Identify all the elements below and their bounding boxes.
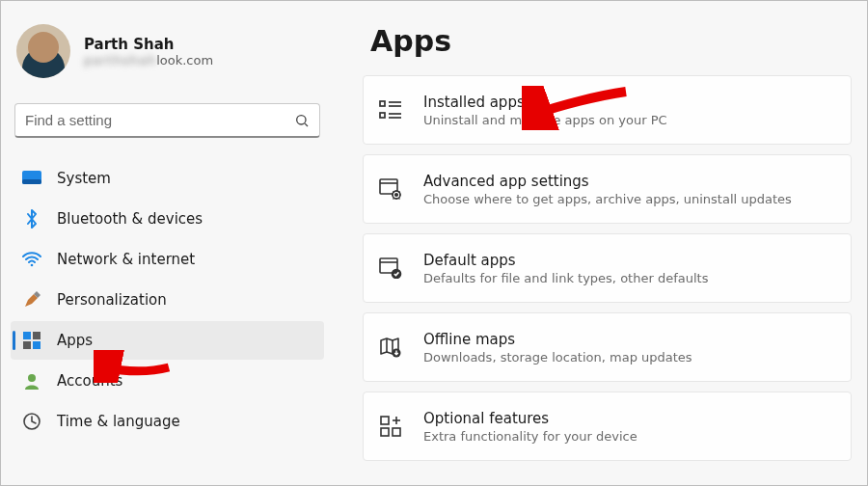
- sidebar-item-accounts[interactable]: Accounts: [11, 362, 324, 400]
- sidebar: Parth Shah parthshahlook.com System: [1, 1, 334, 485]
- sidebar-item-label: Accounts: [57, 372, 122, 390]
- sidebar-item-label: Apps: [57, 332, 93, 349]
- bluetooth-icon: [22, 209, 41, 229]
- sidebar-item-label: Bluetooth & devices: [57, 210, 203, 228]
- card-title: Offline maps: [423, 331, 692, 348]
- card-offline-maps[interactable]: Offline maps Downloads, storage location…: [363, 312, 852, 382]
- window-gear-icon: [379, 177, 402, 201]
- card-title: Optional features: [423, 410, 637, 427]
- sidebar-item-label: Time & language: [57, 413, 180, 430]
- card-subtitle: Downloads, storage location, map updates: [423, 350, 692, 364]
- search-input[interactable]: [25, 112, 294, 128]
- card-subtitle: Uninstall and manage apps on your PC: [423, 113, 667, 127]
- svg-line-1: [305, 123, 308, 126]
- svg-point-9: [28, 374, 36, 382]
- profile-name: Parth Shah: [84, 36, 213, 53]
- card-title: Installed apps: [423, 94, 667, 111]
- card-title: Default apps: [423, 252, 708, 269]
- svg-rect-12: [380, 113, 385, 118]
- card-title: Advanced app settings: [423, 173, 792, 190]
- sidebar-item-label: Network & internet: [57, 251, 195, 268]
- system-icon: [22, 169, 41, 188]
- svg-rect-11: [380, 101, 385, 106]
- card-optional-features[interactable]: Optional features Extra functionality fo…: [363, 392, 852, 461]
- sidebar-item-personalization[interactable]: Personalization: [11, 281, 324, 319]
- profile-text: Parth Shah parthshahlook.com: [84, 36, 213, 68]
- svg-rect-28: [381, 428, 389, 436]
- sidebar-item-label: System: [57, 170, 111, 187]
- apps-icon: [22, 331, 41, 350]
- content: Apps Installed apps Uninstall and manage…: [353, 1, 867, 485]
- page-title: Apps: [370, 24, 857, 58]
- sidebar-item-time[interactable]: Time & language: [11, 402, 324, 441]
- svg-point-20: [395, 194, 398, 197]
- svg-rect-3: [22, 179, 41, 184]
- card-subtitle: Extra functionality for your device: [423, 429, 637, 444]
- list-icon: [379, 98, 402, 122]
- svg-rect-5: [23, 332, 31, 339]
- svg-rect-8: [33, 341, 41, 349]
- sidebar-item-apps[interactable]: Apps: [11, 321, 324, 360]
- sidebar-item-system[interactable]: System: [11, 159, 324, 198]
- svg-rect-7: [23, 341, 31, 349]
- window-check-icon: [379, 256, 402, 280]
- avatar: [16, 24, 70, 78]
- card-subtitle: Defaults for file and link types, other …: [423, 271, 708, 285]
- map-download-icon: [379, 336, 402, 359]
- card-advanced-settings[interactable]: Advanced app settings Choose where to ge…: [363, 154, 852, 224]
- wifi-icon: [22, 250, 41, 269]
- cards-list: Installed apps Uninstall and manage apps…: [363, 75, 857, 461]
- svg-rect-27: [381, 417, 389, 424]
- grid-plus-icon: [379, 415, 402, 438]
- clock-icon: [22, 412, 41, 431]
- svg-point-4: [31, 264, 34, 267]
- svg-rect-29: [393, 428, 400, 436]
- card-installed-apps[interactable]: Installed apps Uninstall and manage apps…: [363, 75, 852, 145]
- profile-block[interactable]: Parth Shah parthshahlook.com: [11, 20, 324, 88]
- search-box[interactable]: [14, 103, 320, 138]
- card-default-apps[interactable]: Default apps Defaults for file and link …: [363, 233, 852, 303]
- sidebar-item-label: Personalization: [57, 291, 167, 309]
- svg-rect-6: [33, 332, 41, 339]
- nav: System Bluetooth & devices Network & int…: [11, 159, 324, 441]
- person-icon: [22, 371, 41, 391]
- svg-point-0: [297, 115, 306, 123]
- search-wrap: [14, 103, 320, 138]
- sidebar-item-network[interactable]: Network & internet: [11, 240, 324, 279]
- search-icon: [294, 113, 310, 128]
- card-subtitle: Choose where to get apps, archive apps, …: [423, 192, 792, 206]
- settings-window: Parth Shah parthshahlook.com System: [0, 0, 868, 486]
- brush-icon: [22, 290, 41, 310]
- sidebar-item-bluetooth[interactable]: Bluetooth & devices: [11, 200, 324, 238]
- profile-email: parthshahlook.com: [84, 53, 213, 68]
